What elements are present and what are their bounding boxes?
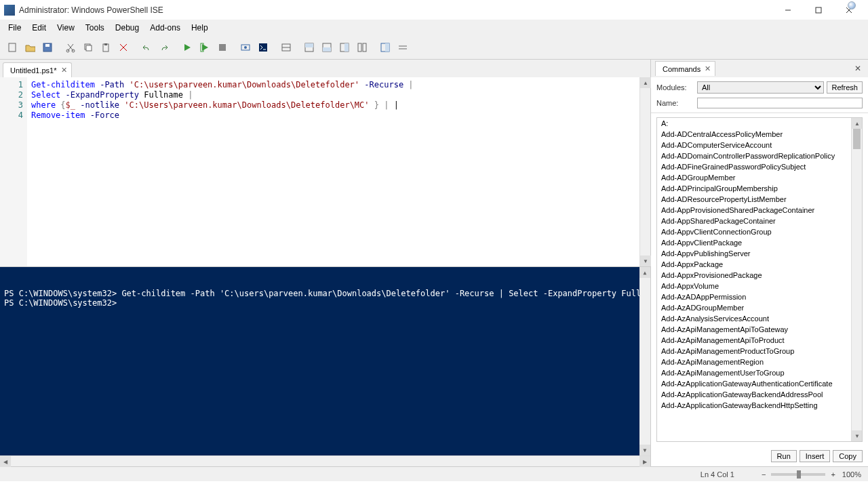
command-item[interactable]: Add-AzApiManagementApiToProduct <box>657 335 851 346</box>
show-side-button[interactable] <box>336 39 353 56</box>
command-item[interactable]: Add-ADFineGrainedPasswordPolicySubject <box>657 161 851 172</box>
console-pane[interactable]: PS C:\WINDOWS\system32> Get-childitem -P… <box>0 267 650 455</box>
command-item[interactable]: Add-AzApplicationGatewayAuthenticationCe… <box>657 378 851 389</box>
command-item[interactable]: Add-ADComputerServiceAccount <box>657 140 851 150</box>
scroll-down-icon[interactable]: ▼ <box>640 256 651 266</box>
scroll-right-icon[interactable]: ▶ <box>639 456 650 467</box>
scroll-up-icon[interactable]: ▲ <box>640 77 651 88</box>
console-vertical-scrollbar[interactable]: ▲ ▼ <box>639 267 650 455</box>
run-script-button[interactable] <box>179 39 195 56</box>
tab-close-icon[interactable]: ✕ <box>61 66 67 75</box>
zoom-value: 100% <box>842 470 861 479</box>
command-item[interactable]: Add-AppxPackage <box>657 259 851 270</box>
command-item[interactable]: Add-ADGroupMember <box>657 172 851 183</box>
maximize-button[interactable] <box>803 1 833 20</box>
name-input[interactable] <box>697 98 863 108</box>
undo-button[interactable] <box>138 39 155 56</box>
stop-button[interactable] <box>214 39 231 56</box>
app-icon <box>4 5 15 16</box>
command-item[interactable]: Add-AppvClientConnectionGroup <box>657 226 851 237</box>
show-console-button[interactable] <box>319 39 335 56</box>
command-item[interactable]: Add-AzApiManagementUserToGroup <box>657 367 851 378</box>
svg-marker-16 <box>202 44 208 51</box>
start-powershell-button[interactable] <box>255 39 271 56</box>
modules-select[interactable]: All <box>697 81 824 94</box>
commands-list: A:Add-ADCentralAccessPolicyMemberAdd-ADC… <box>656 117 863 442</box>
command-item[interactable]: Add-AppSharedPackageContainer <box>657 216 851 226</box>
copy-button[interactable]: Copy <box>833 450 863 462</box>
cut-button[interactable] <box>62 39 79 56</box>
minimize-button[interactable] <box>772 1 803 20</box>
command-item[interactable]: Add-ADDomainControllerPasswordReplicatio… <box>657 150 851 161</box>
menu-edit[interactable]: Edit <box>26 22 52 34</box>
commands-tab-close-icon[interactable]: ✕ <box>705 64 711 73</box>
new-file-button[interactable] <box>4 39 20 56</box>
line-gutter: 1234 <box>0 77 27 266</box>
command-item[interactable]: Add-AzApiManagementRegion <box>657 357 851 367</box>
command-item[interactable]: Add-AzApiManagementApiToGateway <box>657 324 851 335</box>
command-item[interactable]: Add-ADResourcePropertyListMember <box>657 194 851 205</box>
scroll-down-icon[interactable]: ▼ <box>639 445 650 455</box>
paste-button[interactable] <box>98 39 114 56</box>
split-toggle-icon[interactable] <box>848 1 856 9</box>
redo-button[interactable] <box>156 39 172 56</box>
command-item[interactable]: Add-AzADGroupMember <box>657 302 851 313</box>
scroll-down-icon[interactable]: ▼ <box>852 430 863 441</box>
commands-tab[interactable]: Commands ✕ <box>655 61 715 76</box>
delete-button[interactable] <box>115 39 132 56</box>
run-button[interactable]: Run <box>771 450 797 462</box>
command-item[interactable]: Add-AzAnalysisServicesAccount <box>657 313 851 324</box>
toggle-outlining-button[interactable] <box>278 39 294 56</box>
menu-file[interactable]: File <box>3 22 26 34</box>
zoom-slider[interactable] <box>771 473 825 476</box>
commands-addon-button[interactable] <box>377 39 393 56</box>
zoom-plus-icon[interactable]: + <box>831 470 835 479</box>
insert-button[interactable]: Insert <box>800 450 831 462</box>
command-item[interactable]: Add-AppvPublishingServer <box>657 248 851 259</box>
menu-add-ons[interactable]: Add-ons <box>144 22 186 34</box>
editor-pane: 1234 Get-childitem -Path 'C:\users\parve… <box>0 77 650 267</box>
command-item[interactable]: Add-ADPrincipalGroupMembership <box>657 183 851 194</box>
sync-button[interactable] <box>354 39 370 56</box>
command-item[interactable]: Add-AppProvisionedSharedPackageContainer <box>657 205 851 216</box>
copy-button[interactable] <box>80 39 96 56</box>
menu-debug[interactable]: Debug <box>110 22 144 34</box>
command-item[interactable]: Add-ADCentralAccessPolicyMember <box>657 129 851 140</box>
command-item[interactable]: A: <box>657 118 851 129</box>
svg-rect-1 <box>816 7 821 13</box>
open-file-button[interactable] <box>22 39 38 56</box>
svg-rect-10 <box>86 45 92 51</box>
panel-close-icon[interactable]: ✕ <box>852 64 864 73</box>
save-file-button[interactable] <box>39 39 56 56</box>
run-selection-button[interactable] <box>197 39 213 56</box>
refresh-button[interactable]: Refresh <box>827 81 863 94</box>
zoom-minus-icon[interactable]: − <box>762 470 766 479</box>
command-item[interactable]: Add-AzADAppPermission <box>657 291 851 302</box>
commands-scrollbar[interactable]: ▲ ▼ <box>851 118 862 441</box>
command-item[interactable]: Add-AzApplicationGatewayBackendAddressPo… <box>657 389 851 400</box>
menu-tools[interactable]: Tools <box>80 22 110 34</box>
command-item[interactable]: Add-AzApplicationGatewayBackendHttpSetti… <box>657 400 851 411</box>
remote-button[interactable] <box>237 39 254 56</box>
editor-tab[interactable]: Untitled1.ps1* ✕ <box>3 62 72 77</box>
svg-rect-12 <box>104 43 107 45</box>
code-editor[interactable]: Get-childitem -Path 'C:\users\parveen.ku… <box>27 77 639 266</box>
command-item[interactable]: Add-AzApiManagementProductToGroup <box>657 346 851 357</box>
options-button[interactable] <box>395 39 411 56</box>
command-item[interactable]: Add-AppvClientPackage <box>657 237 851 248</box>
show-script-button[interactable] <box>301 39 317 56</box>
modules-label: Modules: <box>656 83 694 92</box>
scrollbar-thumb[interactable] <box>853 129 861 149</box>
editor-vertical-scrollbar[interactable]: ▲ ▼ <box>639 77 650 266</box>
scroll-up-icon[interactable]: ▲ <box>852 118 863 129</box>
menu-view[interactable]: View <box>52 22 80 34</box>
horizontal-scrollbar[interactable]: ◀ ▶ <box>0 455 650 466</box>
svg-rect-21 <box>259 43 267 52</box>
scroll-left-icon[interactable]: ◀ <box>0 456 11 467</box>
command-item[interactable]: Add-AppxVolume <box>657 281 851 291</box>
toolbar <box>0 35 868 60</box>
command-item[interactable]: Add-AppxProvisionedPackage <box>657 270 851 281</box>
scroll-up-icon[interactable]: ▲ <box>639 267 650 278</box>
menu-help[interactable]: Help <box>186 22 214 34</box>
svg-rect-25 <box>305 43 313 47</box>
